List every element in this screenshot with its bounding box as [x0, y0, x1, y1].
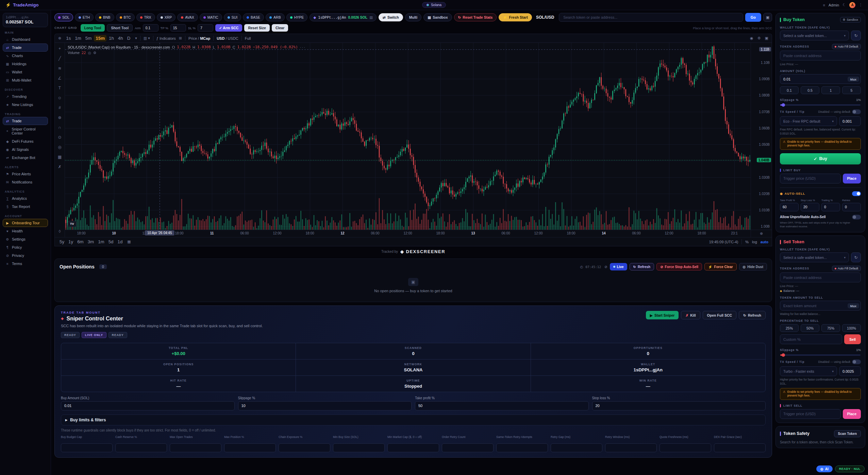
clock-time[interactable]: 19:45:09 (UTC-4)	[709, 240, 738, 244]
idea-bulb-icon[interactable]: ◊	[56, 228, 63, 234]
ai-assistant-button[interactable]: ◎AI	[816, 465, 833, 472]
timeframe-button[interactable]: D	[126, 35, 132, 41]
range-button[interactable]: 1y	[67, 239, 74, 245]
token-pill[interactable]: XRP	[157, 13, 176, 21]
percent-preset-button[interactable]: 100%	[842, 324, 861, 332]
active-token-info[interactable]: ◆ 1sDPPt...gjAn 0.0026 SOL ▥	[310, 13, 377, 21]
menu-icon[interactable]: ≡	[823, 3, 825, 7]
go-button[interactable]: Go	[745, 13, 761, 22]
wallet-balance-box[interactable]: 1sDPPt...gjAn 0.002587 SOL	[3, 13, 48, 27]
full-button[interactable]: Full	[245, 36, 251, 40]
timeframe-button[interactable]: 1s	[64, 35, 72, 41]
hide-dust-button[interactable]: ◎Hide Dust	[739, 263, 767, 270]
camera-icon[interactable]: ◉	[750, 36, 753, 40]
fresh-start-button[interactable]: ⚡Fresh Start	[499, 13, 532, 21]
theme-moon-icon[interactable]: ☾	[842, 3, 846, 7]
buy-button[interactable]: ✓Buy	[780, 153, 861, 164]
filter-input[interactable]	[333, 443, 385, 452]
token-pill[interactable]: ETH	[75, 13, 94, 21]
candlestick-canvas[interactable]	[65, 43, 751, 230]
auto-fill-default-button[interactable]: Auto Fill Default	[832, 266, 861, 271]
timeframe-button[interactable]: 5m	[84, 35, 94, 41]
slider-thumb[interactable]	[782, 103, 785, 107]
buy-tip-input[interactable]	[839, 116, 861, 126]
sidebar-item[interactable]: ⊘Privacy	[3, 251, 48, 260]
sidebar-item[interactable]: ▶Onboarding Tour	[3, 219, 48, 227]
currency-toggle[interactable]: USD / USDC	[217, 36, 238, 40]
chart-symbol-title[interactable]: SOL/USDC (Market Cap) on Raydium · 15 · …	[68, 45, 170, 49]
legend-more-icon[interactable]: ···	[300, 45, 306, 49]
field-input[interactable]	[592, 401, 766, 410]
filter-input[interactable]	[279, 443, 330, 452]
sidebar-item[interactable]: ≡Terms	[3, 260, 48, 268]
multi-button[interactable]: Multi	[405, 13, 422, 21]
force-clear-button[interactable]: ⚡Force Clear	[704, 263, 737, 270]
sl-input[interactable]	[198, 24, 213, 32]
filter-input[interactable]	[387, 443, 439, 452]
refresh-positions-button[interactable]: ↻Refresh	[630, 263, 654, 270]
eye-icon[interactable]: ◎	[88, 51, 91, 55]
sidebar-item[interactable]: ⊞Multi-Wallet	[3, 76, 48, 84]
sidebar-item[interactable]: ⚙Settings	[3, 235, 48, 243]
token-search-input[interactable]	[559, 13, 743, 22]
sell-safe-wallet-token-select[interactable]: Select a safe wallet token...▾	[780, 252, 849, 262]
range-button[interactable]: 5y	[58, 239, 66, 245]
sidebar-item[interactable]: ★New Listings	[3, 101, 48, 109]
filter-input[interactable]	[714, 443, 766, 452]
limit-sell-trigger-input[interactable]	[780, 409, 841, 419]
filter-input[interactable]	[442, 443, 494, 452]
token-pill[interactable]: AVAX	[177, 13, 198, 21]
open-full-scc-button[interactable]: Open Full SCC	[703, 311, 737, 319]
filter-input[interactable]	[551, 443, 602, 452]
drawing-tool-icon[interactable]: ☺	[56, 95, 63, 101]
time-axis[interactable]: 10 Apr '26 04:45 18:001012:0018:001106:0…	[65, 230, 751, 237]
amount-preset-button[interactable]: 1	[821, 86, 840, 94]
add-symbol-icon[interactable]: ⊕	[58, 36, 61, 40]
limit-sell-place-button[interactable]: Place	[843, 409, 861, 419]
sell-button[interactable]: Sell	[844, 334, 861, 344]
percent-preset-button[interactable]: 50%	[801, 324, 819, 332]
amount-preset-button[interactable]: 0.5	[801, 86, 819, 94]
scan-token-button[interactable]: Scan Token	[834, 430, 861, 437]
filter-input[interactable]	[660, 443, 711, 452]
start-sniper-button[interactable]: ▶Start Sniper	[646, 311, 679, 319]
range-button[interactable]: 5d	[107, 239, 115, 245]
more-icon[interactable]: ⋮	[859, 3, 863, 7]
autosell-field-input[interactable]	[821, 203, 840, 211]
sandbox-badge[interactable]: ⚙Sandbox	[840, 17, 861, 22]
token-pill[interactable]: BASE	[243, 13, 264, 21]
limit-buy-place-button[interactable]: Place	[843, 174, 861, 183]
timeframe-button[interactable]: 4h	[116, 35, 125, 41]
range-button[interactable]: 6m	[76, 239, 85, 245]
sidebar-item[interactable]: ◆DeFi Futures	[3, 137, 48, 145]
drawing-tool-icon[interactable]: ≋	[56, 65, 63, 71]
sidebar-item[interactable]: ⚑Price Alerts	[3, 170, 48, 178]
filter-input[interactable]	[170, 443, 221, 452]
token-pill[interactable]: MATIC	[200, 13, 222, 21]
drawing-tool-icon[interactable]: ✗	[56, 164, 63, 170]
range-button[interactable]: 1d	[116, 239, 124, 245]
range-button[interactable]: 1m	[97, 239, 106, 245]
sidebar-item[interactable]: ⌂Dashboard	[3, 35, 48, 43]
drawing-tool-icon[interactable]: ∩	[56, 124, 63, 130]
token-pill[interactable]: ARB	[266, 13, 285, 21]
field-input[interactable]	[61, 401, 235, 410]
autosell-toggle[interactable]	[852, 191, 861, 196]
layout-grid-icon[interactable]: ⊞	[179, 36, 182, 40]
reset-trade-stats-button[interactable]: ↻Reset Trade Stats	[454, 13, 497, 21]
avatar[interactable]: A	[849, 2, 855, 8]
long-tool-button[interactable]: Long Tool	[81, 24, 105, 32]
sell-tx-speed-toggle[interactable]	[852, 359, 861, 364]
sidebar-item[interactable]: ↗Trending	[3, 92, 48, 101]
indicator-settings-icon[interactable]: ⚙	[93, 51, 96, 55]
auto-scale-button[interactable]: auto	[761, 240, 768, 244]
copy-icon[interactable]: ▥	[369, 15, 373, 19]
drawing-tool-icon[interactable]: ∠	[56, 75, 63, 81]
sidebar-item[interactable]: ⇄Trade	[3, 43, 48, 52]
dexscreener-brand[interactable]: ◈DEXSCREENER	[400, 249, 445, 254]
autosell-field-input[interactable]	[801, 203, 819, 211]
chart-plot-area[interactable]: SOL/USDC (Market Cap) on Raydium · 15 · …	[65, 43, 751, 230]
safe-wallet-token-select[interactable]: Select a safe wallet token...▾	[780, 31, 849, 40]
candle-style-icon[interactable]: ▥ ▾	[144, 36, 150, 40]
log-scale-button[interactable]: log	[752, 240, 757, 244]
